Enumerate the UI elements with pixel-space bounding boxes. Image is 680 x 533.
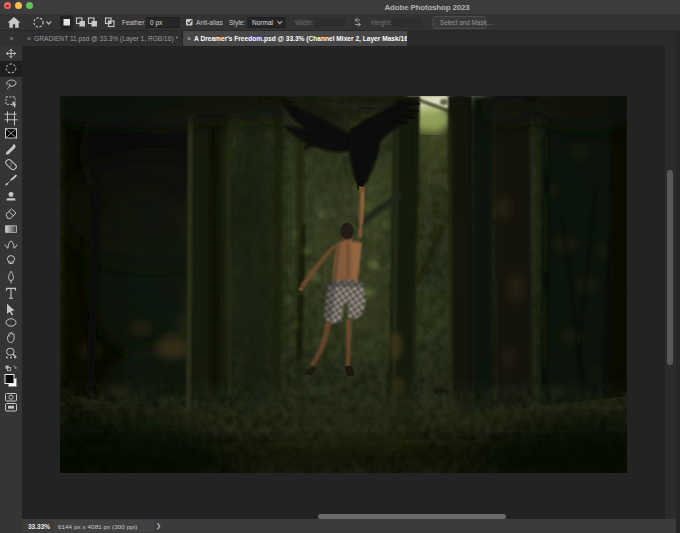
svg-text:Anti-alias: Anti-alias bbox=[196, 19, 223, 26]
svg-text:Height:: Height: bbox=[371, 19, 392, 27]
svg-text:Width:: Width: bbox=[295, 19, 314, 26]
svg-text:Feather:: Feather: bbox=[122, 19, 146, 26]
svg-text:Select and Mask...: Select and Mask... bbox=[440, 19, 492, 26]
svg-text:0 px: 0 px bbox=[150, 19, 163, 27]
svg-text:Style:: Style: bbox=[229, 19, 245, 27]
svg-text:Normal: Normal bbox=[252, 19, 274, 26]
